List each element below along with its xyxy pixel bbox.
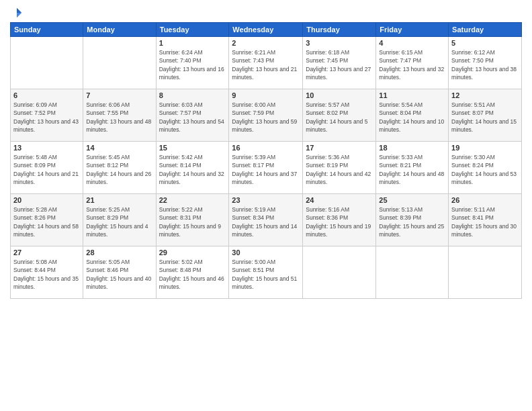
day-cell: 2Sunrise: 6:21 AM Sunset: 7:43 PM Daylig… [229, 37, 303, 89]
day-cell: 15Sunrise: 5:42 AM Sunset: 8:14 PM Dayli… [156, 142, 229, 194]
day-info: Sunrise: 6:00 AM Sunset: 7:59 PM Dayligh… [232, 101, 300, 134]
day-info: Sunrise: 6:12 AM Sunset: 7:50 PM Dayligh… [451, 48, 519, 81]
day-number: 14 [86, 144, 152, 152]
day-cell [11, 37, 83, 89]
day-info: Sunrise: 5:25 AM Sunset: 8:29 PM Dayligh… [86, 205, 152, 238]
day-number: 13 [13, 144, 80, 152]
day-number: 6 [13, 91, 80, 99]
week-row-2: 6Sunrise: 6:09 AM Sunset: 7:52 PM Daylig… [11, 89, 522, 142]
day-number: 15 [159, 144, 226, 152]
day-info: Sunrise: 6:03 AM Sunset: 7:57 PM Dayligh… [159, 101, 226, 134]
day-cell: 4Sunrise: 6:15 AM Sunset: 7:47 PM Daylig… [376, 37, 449, 89]
day-info: Sunrise: 5:11 AM Sunset: 8:41 PM Dayligh… [451, 205, 519, 238]
day-cell: 27Sunrise: 5:08 AM Sunset: 8:44 PM Dayli… [11, 246, 83, 299]
weekday-header-sunday: Sunday [11, 23, 83, 37]
week-row-3: 13Sunrise: 5:48 AM Sunset: 8:09 PM Dayli… [11, 142, 522, 194]
day-number: 18 [379, 144, 445, 152]
week-row-4: 20Sunrise: 5:28 AM Sunset: 8:26 PM Dayli… [11, 194, 522, 246]
day-number: 3 [306, 39, 373, 47]
day-cell: 7Sunrise: 6:06 AM Sunset: 7:55 PM Daylig… [83, 89, 156, 142]
weekday-header-wednesday: Wednesday [229, 23, 303, 37]
header [10, 7, 522, 17]
day-info: Sunrise: 5:51 AM Sunset: 8:07 PM Dayligh… [451, 101, 519, 134]
day-info: Sunrise: 6:18 AM Sunset: 7:45 PM Dayligh… [306, 48, 373, 81]
day-cell: 24Sunrise: 5:16 AM Sunset: 8:36 PM Dayli… [303, 194, 376, 246]
day-number: 29 [159, 248, 226, 257]
day-number: 25 [379, 196, 445, 204]
day-info: Sunrise: 5:45 AM Sunset: 8:12 PM Dayligh… [86, 153, 152, 186]
day-info: Sunrise: 5:48 AM Sunset: 8:09 PM Dayligh… [13, 153, 80, 186]
day-number: 20 [13, 196, 80, 204]
logo-flag-icon [11, 7, 23, 19]
day-cell: 21Sunrise: 5:25 AM Sunset: 8:29 PM Dayli… [83, 194, 156, 246]
day-info: Sunrise: 6:15 AM Sunset: 7:47 PM Dayligh… [379, 48, 445, 81]
day-info: Sunrise: 5:22 AM Sunset: 8:31 PM Dayligh… [159, 205, 226, 238]
day-cell: 17Sunrise: 5:36 AM Sunset: 8:19 PM Dayli… [303, 142, 376, 194]
day-info: Sunrise: 5:28 AM Sunset: 8:26 PM Dayligh… [13, 205, 80, 238]
day-cell: 20Sunrise: 5:28 AM Sunset: 8:26 PM Dayli… [11, 194, 83, 246]
logo [10, 7, 23, 17]
week-row-1: 1Sunrise: 6:24 AM Sunset: 7:40 PM Daylig… [11, 37, 522, 89]
day-cell [83, 37, 156, 89]
day-cell: 11Sunrise: 5:54 AM Sunset: 8:04 PM Dayli… [376, 89, 449, 142]
day-number: 5 [451, 39, 519, 47]
day-info: Sunrise: 5:08 AM Sunset: 8:44 PM Dayligh… [13, 258, 80, 291]
weekday-header-monday: Monday [83, 23, 156, 37]
day-info: Sunrise: 5:54 AM Sunset: 8:04 PM Dayligh… [379, 101, 445, 134]
day-number: 22 [159, 196, 226, 204]
day-cell: 5Sunrise: 6:12 AM Sunset: 7:50 PM Daylig… [449, 37, 522, 89]
day-info: Sunrise: 6:09 AM Sunset: 7:52 PM Dayligh… [13, 101, 80, 134]
day-number: 24 [306, 196, 373, 204]
day-number: 26 [451, 196, 519, 204]
weekday-header-thursday: Thursday [303, 23, 376, 37]
day-cell: 6Sunrise: 6:09 AM Sunset: 7:52 PM Daylig… [11, 89, 83, 142]
weekday-header-tuesday: Tuesday [156, 23, 229, 37]
week-row-5: 27Sunrise: 5:08 AM Sunset: 8:44 PM Dayli… [11, 246, 522, 299]
day-cell: 25Sunrise: 5:13 AM Sunset: 8:39 PM Dayli… [376, 194, 449, 246]
day-cell: 10Sunrise: 5:57 AM Sunset: 8:02 PM Dayli… [303, 89, 376, 142]
day-info: Sunrise: 5:42 AM Sunset: 8:14 PM Dayligh… [159, 153, 226, 186]
day-cell: 12Sunrise: 5:51 AM Sunset: 8:07 PM Dayli… [449, 89, 522, 142]
day-number: 17 [306, 144, 373, 152]
day-info: Sunrise: 5:00 AM Sunset: 8:51 PM Dayligh… [232, 258, 300, 291]
day-cell: 29Sunrise: 5:02 AM Sunset: 8:48 PM Dayli… [156, 246, 229, 299]
day-cell: 22Sunrise: 5:22 AM Sunset: 8:31 PM Dayli… [156, 194, 229, 246]
day-number: 8 [159, 91, 226, 99]
day-cell: 18Sunrise: 5:33 AM Sunset: 8:21 PM Dayli… [376, 142, 449, 194]
day-number: 2 [232, 39, 300, 47]
day-number: 4 [379, 39, 445, 47]
day-cell [449, 246, 522, 299]
day-number: 23 [232, 196, 300, 204]
day-info: Sunrise: 5:13 AM Sunset: 8:39 PM Dayligh… [379, 205, 445, 238]
weekday-header-saturday: Saturday [449, 23, 522, 37]
weekday-header-row: SundayMondayTuesdayWednesdayThursdayFrid… [11, 23, 522, 37]
day-cell: 8Sunrise: 6:03 AM Sunset: 7:57 PM Daylig… [156, 89, 229, 142]
day-cell: 16Sunrise: 5:39 AM Sunset: 8:17 PM Dayli… [229, 142, 303, 194]
day-cell: 1Sunrise: 6:24 AM Sunset: 7:40 PM Daylig… [156, 37, 229, 89]
calendar-page: SundayMondayTuesdayWednesdayThursdayFrid… [0, 0, 532, 411]
day-info: Sunrise: 5:57 AM Sunset: 8:02 PM Dayligh… [306, 101, 373, 134]
day-info: Sunrise: 5:33 AM Sunset: 8:21 PM Dayligh… [379, 153, 445, 186]
day-info: Sunrise: 6:06 AM Sunset: 7:55 PM Dayligh… [86, 101, 152, 134]
day-number: 10 [306, 91, 373, 99]
svg-marker-0 [17, 8, 21, 13]
day-info: Sunrise: 5:05 AM Sunset: 8:46 PM Dayligh… [86, 258, 152, 291]
day-cell: 23Sunrise: 5:19 AM Sunset: 8:34 PM Dayli… [229, 194, 303, 246]
svg-marker-1 [17, 13, 21, 17]
day-info: Sunrise: 5:19 AM Sunset: 8:34 PM Dayligh… [232, 205, 300, 238]
day-info: Sunrise: 6:21 AM Sunset: 7:43 PM Dayligh… [232, 48, 300, 81]
day-cell [376, 246, 449, 299]
day-info: Sunrise: 5:36 AM Sunset: 8:19 PM Dayligh… [306, 153, 373, 186]
day-number: 1 [159, 39, 226, 47]
day-number: 11 [379, 91, 445, 99]
day-info: Sunrise: 5:16 AM Sunset: 8:36 PM Dayligh… [306, 205, 373, 238]
day-number: 19 [451, 144, 519, 152]
day-number: 9 [232, 91, 300, 99]
day-cell [303, 246, 376, 299]
day-cell: 19Sunrise: 5:30 AM Sunset: 8:24 PM Dayli… [449, 142, 522, 194]
day-number: 12 [451, 91, 519, 99]
day-cell: 30Sunrise: 5:00 AM Sunset: 8:51 PM Dayli… [229, 246, 303, 299]
calendar-table: SundayMondayTuesdayWednesdayThursdayFrid… [10, 22, 522, 299]
day-cell: 13Sunrise: 5:48 AM Sunset: 8:09 PM Dayli… [11, 142, 83, 194]
day-info: Sunrise: 5:39 AM Sunset: 8:17 PM Dayligh… [232, 153, 300, 186]
